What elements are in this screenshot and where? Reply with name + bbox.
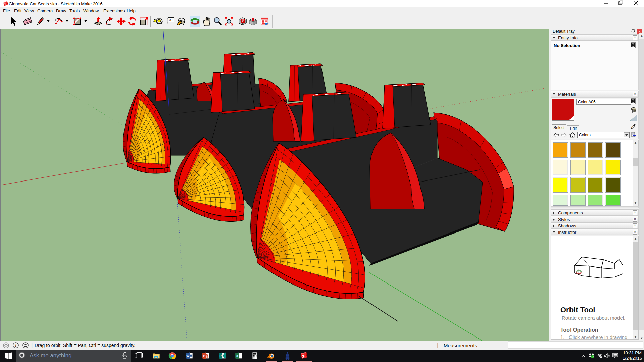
svg-text:W: W xyxy=(186,354,189,358)
svg-text:i: i xyxy=(15,343,16,347)
svg-text:X: X xyxy=(236,354,238,358)
svg-text:P: P xyxy=(219,354,221,358)
svg-text:P: P xyxy=(203,354,205,358)
svg-text:A1: A1 xyxy=(169,18,173,22)
